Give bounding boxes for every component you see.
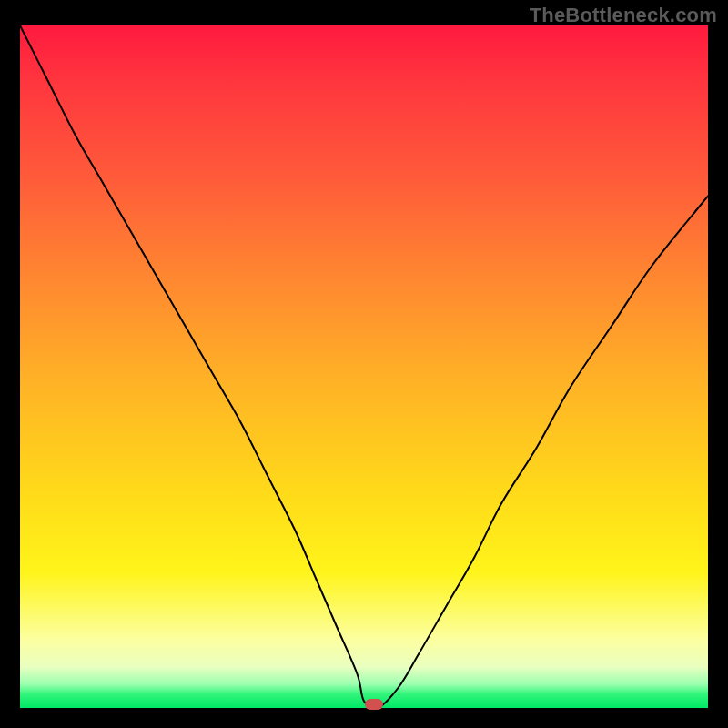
curve-layer <box>20 25 708 708</box>
chart-frame: TheBottleneck.com <box>0 0 728 728</box>
plot-area <box>20 25 708 708</box>
watermark-text: TheBottleneck.com <box>530 4 717 27</box>
bottleneck-curve-path <box>20 25 708 708</box>
optimal-point-marker <box>365 699 383 710</box>
